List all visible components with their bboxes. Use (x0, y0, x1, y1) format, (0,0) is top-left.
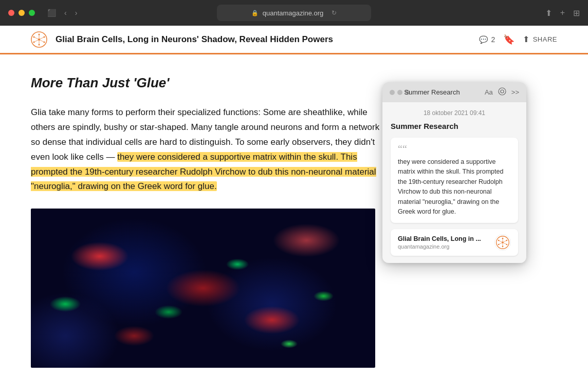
close-button[interactable] (8, 10, 14, 16)
source-info: Glial Brain Cells, Long in ... quantamag… (398, 235, 494, 250)
browser-actions: ⬆ + ⊞ (545, 8, 580, 18)
share-arrow-icon: ⬆ (523, 34, 530, 44)
minimize-button[interactable] (19, 10, 25, 16)
url-text: quantamagazine.org (263, 9, 324, 17)
quote-text: they were considered a supportive matrix… (398, 157, 511, 217)
quote-mark-icon: ““ (398, 144, 511, 154)
forward-button[interactable]: › (73, 8, 80, 18)
browser-chrome: ⬛ ‹ › 🔒 quantamagazine.org ↻ ⬆ + ⊞ (0, 0, 588, 26)
expand-control-icon[interactable]: >> (511, 88, 519, 96)
article-paragraph: Glia take many forms to perform their sp… (31, 105, 391, 194)
new-tab-icon[interactable]: + (560, 8, 565, 17)
lock-icon: 🔒 (251, 10, 259, 16)
svg-line-11 (39, 37, 44, 40)
comment-count: 2 (491, 35, 495, 44)
address-bar[interactable]: 🔒 quantamagazine.org ↻ (217, 5, 371, 21)
share-label: SHARE (533, 35, 557, 43)
format-control-icon[interactable] (498, 87, 506, 97)
font-control-icon[interactable]: Aa (485, 88, 493, 96)
svg-point-15 (501, 90, 504, 93)
section-title: More Than Just 'Glue' (31, 75, 391, 91)
bookmark-icon[interactable]: 🔖 (503, 34, 514, 45)
article-title: Glial Brain Cells, Long in Neurons' Shad… (56, 34, 479, 45)
site-logo (31, 31, 47, 48)
microscopy-visualization (31, 209, 375, 368)
refresh-icon[interactable]: ↻ (332, 9, 337, 16)
notes-date: 18 oktober 2021 09:41 (391, 109, 518, 117)
quanta-logo-icon (31, 31, 47, 48)
notes-popup: Summer Research Aa >> 18 oktober 2021 09… (382, 82, 526, 263)
article-image (31, 209, 375, 368)
svg-line-29 (503, 242, 507, 244)
header-actions: 💬 2 🔖 ⬆ SHARE (479, 34, 557, 45)
notes-quote-card: ““ they were considered a supportive mat… (391, 138, 518, 223)
source-title: Glial Brain Cells, Long in ... (398, 235, 494, 242)
notes-notebook-name: Summer Research (391, 122, 518, 130)
svg-line-27 (503, 240, 507, 242)
share-button[interactable]: ⬆ SHARE (523, 34, 557, 44)
source-logo (494, 234, 511, 251)
comment-icon: 💬 (479, 35, 488, 44)
notes-source-card[interactable]: Glial Brain Cells, Long in ... quantamag… (391, 229, 518, 256)
maximize-button[interactable] (29, 10, 35, 16)
back-button[interactable]: ‹ (62, 8, 69, 18)
svg-line-26 (499, 240, 503, 242)
article-main: More Than Just 'Glue' Glia take many for… (31, 75, 391, 368)
article-header: Glial Brain Cells, Long in Neurons' Shad… (0, 26, 588, 54)
traffic-lights (8, 10, 35, 16)
svg-line-10 (34, 37, 39, 40)
source-url: quantamagazine.org (398, 243, 494, 250)
notes-content: 18 oktober 2021 09:41 Summer Research ““… (382, 102, 526, 263)
sidebar-toggle-icon[interactable]: ⬛ (45, 8, 58, 18)
article-page: Glial Brain Cells, Long in Neurons' Shad… (0, 26, 588, 377)
notes-titlebar: Summer Research Aa >> (382, 82, 526, 102)
svg-point-14 (499, 88, 506, 95)
svg-line-28 (499, 242, 503, 244)
share-icon[interactable]: ⬆ (545, 8, 552, 18)
svg-line-12 (34, 40, 39, 42)
popup-controls: Aa >> (485, 87, 519, 97)
grid-icon[interactable]: ⊞ (573, 8, 580, 18)
browser-controls: ⬛ ‹ › (45, 8, 79, 18)
comment-badge[interactable]: 💬 2 (479, 35, 495, 44)
popup-title: Summer Research (383, 88, 481, 96)
svg-line-13 (39, 40, 44, 42)
